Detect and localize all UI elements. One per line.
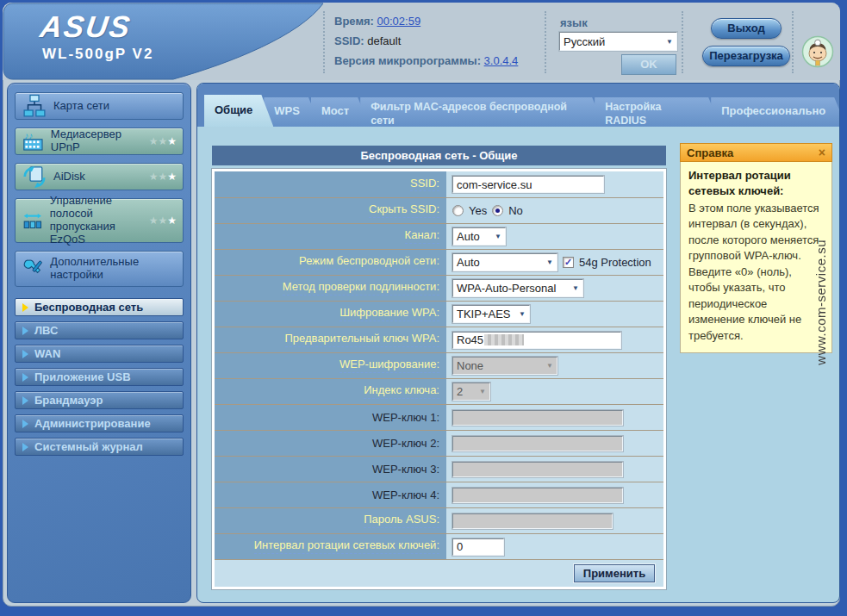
wep-encryption-select: None▼ (452, 357, 557, 375)
sidebar-item-firewall[interactable]: Брандмауэр (15, 391, 184, 409)
media-server-icon: ♪♪ (22, 128, 45, 154)
sidebar-item-syslog[interactable]: Системный журнал (15, 438, 184, 456)
auth-field-label[interactable]: Метод проверки подлинности: (283, 281, 439, 296)
sidebar-item-network-map[interactable]: Карта сети (15, 92, 184, 120)
chevron-down-icon: ▼ (572, 284, 579, 292)
ssid-label: SSID: (334, 34, 364, 47)
firmware-label: Версия микропрограммы: (334, 54, 481, 67)
help-topic: Интервал ротации сетевых ключей: (688, 168, 824, 200)
divider (545, 11, 546, 73)
asus-logo: ASUS (38, 9, 134, 44)
hide-ssid-yes-label: Yes (469, 204, 487, 217)
tab-radius[interactable]: Настройка RADIUS (595, 97, 720, 127)
ssid-field-label[interactable]: SSID: (410, 177, 439, 192)
wpa-encryption-field-label[interactable]: Шифрование WPA: (339, 307, 439, 321)
form-row-channel: Канал: Auto▼ (215, 223, 663, 249)
form-row-wep-encryption: WEP-шифрование: None▼ (215, 352, 663, 378)
mode-field-label[interactable]: Режим беспроводной сети: (299, 255, 439, 270)
form-row-wpa-key: Предварительный ключ WPA: Ro45 (215, 327, 663, 352)
firmware-link[interactable]: 3.0.4.4 (484, 54, 519, 67)
channel-select[interactable]: Auto▼ (452, 227, 506, 246)
form-row-wep-key3: WEP-ключ 3: (215, 456, 663, 482)
help-body: Интервал ротации сетевых ключей: В этом … (680, 162, 832, 353)
advanced-settings-icon (22, 256, 44, 282)
close-icon[interactable]: × (819, 146, 825, 159)
wep-encryption-field-label[interactable]: WEP-шифрование: (339, 358, 439, 373)
help-text: В этом поле указывается интервал (в секу… (688, 202, 819, 342)
ssid-input[interactable] (452, 176, 604, 193)
54g-protection-label: 54g Protection (579, 256, 651, 269)
sidebar: Карта сети ♪♪ Медиасервер UPnP ★★★ AiDis… (7, 83, 191, 603)
help-panel: Справка × Интервал ротации сетевых ключе… (680, 143, 832, 353)
sidebar-item-aidisk[interactable]: AiDisk ★★★ (15, 163, 184, 190)
hide-ssid-field-label[interactable]: Скрыть SSID: (369, 203, 439, 218)
arrow-right-icon (22, 373, 28, 382)
wireless-general-form: SSID: Скрыть SSID: Yes No Канал: Auto▼ (212, 169, 666, 589)
wep-key4-field-label: WEP-ключ 4: (372, 488, 439, 501)
aidisk-icon (22, 164, 47, 190)
sidebar-item-advanced-settings[interactable]: Дополнительные настройки (15, 251, 184, 287)
wep-key2-field-label: WEP-ключ 2: (372, 437, 439, 450)
sidebar-item-label: Управление полосой пропускания EzQoS (50, 195, 143, 246)
wpa-encryption-select[interactable]: TKIP+AES▼ (452, 305, 530, 323)
language-select[interactable]: Русский ▼ (559, 32, 677, 51)
channel-field-label[interactable]: Канал: (405, 229, 439, 244)
form-row-rotation-interval: Интервал ротации сетевых ключей: (215, 533, 663, 559)
doctor-mascot-icon[interactable] (801, 35, 834, 68)
asus-password-input (452, 513, 613, 529)
wep-key4-input (452, 488, 623, 503)
mode-select[interactable]: Auto▼ (452, 253, 557, 271)
logout-button[interactable]: Выход (711, 18, 782, 39)
rotation-interval-field-label[interactable]: Интервал ротации сетевых ключей: (254, 539, 439, 554)
asus-password-field-label[interactable]: Пароль ASUS: (364, 513, 439, 528)
wpa-key-input[interactable]: Ro45 (452, 332, 621, 349)
sidebar-item-media-server[interactable]: ♪♪ Медиасервер UPnP ★★★ (15, 128, 184, 155)
reboot-button[interactable]: Перезагрузка (702, 46, 790, 66)
network-map-icon (22, 93, 47, 119)
hide-ssid-no-radio[interactable] (492, 205, 503, 216)
tab-strip: Общие WPS Мост Фильтр MAC-адресов беспро… (197, 84, 839, 127)
time-row: Время: 00:02:59 (334, 15, 420, 28)
form-row-wpa-encryption: Шифрование WPA: TKIP+AES▼ (215, 301, 663, 327)
ezqos-icon (22, 208, 44, 233)
wep-key1-input (452, 410, 623, 426)
form-row-auth: Метод проверки подлинности: WPA-Auto-Per… (215, 275, 663, 301)
form-row-key-index: Индекс ключа: 2▼ (215, 378, 663, 404)
sidebar-item-lan[interactable]: ЛВС (15, 321, 184, 339)
sidebar-item-wireless[interactable]: Беспроводная сеть (15, 298, 184, 316)
chevron-down-icon: ▼ (546, 258, 553, 266)
language-ok-button[interactable]: OK (621, 54, 676, 75)
sidebar-item-ezqos[interactable]: Управление полосой пропускания EzQoS ★★★ (15, 198, 184, 243)
54g-protection-checkbox[interactable]: ✓ (563, 257, 574, 268)
chevron-down-icon: ▼ (519, 310, 526, 318)
chevron-down-icon: ▼ (495, 233, 501, 240)
model-name: WL-500gP V2 (42, 46, 153, 63)
help-title: Справка (687, 146, 733, 159)
arrow-right-icon (22, 350, 28, 358)
time-link[interactable]: 00:02:59 (377, 15, 421, 28)
tab-general[interactable]: Общие (204, 95, 273, 127)
auth-method-select[interactable]: WPA-Auto-Personal▼ (452, 279, 583, 297)
sidebar-item-usb[interactable]: Приложение USB (15, 368, 184, 386)
divider (682, 11, 683, 73)
sidebar-submenu: Беспроводная сеть ЛВС WAN Приложение USB… (15, 298, 184, 456)
hide-ssid-yes-radio[interactable] (452, 205, 464, 216)
divider (323, 11, 325, 73)
form-row-wep-key4: WEP-ключ 4: (215, 482, 663, 507)
arrow-right-icon (22, 420, 28, 428)
sidebar-item-label: Дополнительные настройки (50, 256, 177, 282)
redacted-blur (484, 334, 524, 345)
svg-text:♪♪: ♪♪ (24, 131, 33, 140)
watermark: www.com-service.su (813, 240, 828, 365)
form-row-hide-ssid: Скрыть SSID: Yes No (215, 197, 663, 223)
form-footer: Применить (215, 559, 663, 587)
rotation-interval-input[interactable] (452, 538, 504, 556)
wpa-key-field-label[interactable]: Предварительный ключ WPA: (285, 333, 439, 347)
wep-key1-field-label: WEP-ключ 1: (372, 411, 439, 424)
apply-button[interactable]: Применить (574, 564, 655, 582)
tab-mac-filter[interactable]: Фильтр MAC-адресов беспроводной сети (360, 97, 604, 127)
sidebar-item-wan[interactable]: WAN (15, 345, 184, 363)
tab-professional[interactable]: Профессионально (711, 97, 840, 127)
key-index-field-label[interactable]: Индекс ключа: (364, 384, 439, 399)
sidebar-item-administration[interactable]: Администрирование (15, 414, 184, 432)
